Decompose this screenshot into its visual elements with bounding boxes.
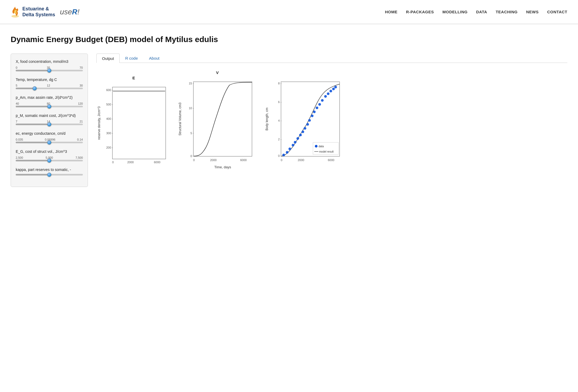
param-ec-max: 0.14 — [77, 138, 83, 141]
param-e-g-track — [16, 160, 83, 161]
param-ec-min: 0.035 — [16, 138, 23, 141]
svg-point-56 — [311, 115, 314, 117]
param-kappa-track — [16, 174, 83, 175]
logo-text: Estuarine & Delta Systems — [22, 6, 55, 18]
param-temperature-min: 5 — [16, 84, 17, 87]
svg-text:reserve density, J/cm^3: reserve density, J/cm^3 — [97, 106, 101, 140]
svg-point-49 — [294, 141, 296, 144]
param-p-am-thumb[interactable] — [47, 104, 51, 109]
tab-output[interactable]: Output — [96, 54, 120, 63]
sidebar: X, food concentration, mmol/m3 0 35 70 T… — [11, 54, 88, 187]
navbar: Estuarine & Delta Systems useR! HOME R-P… — [0, 0, 578, 24]
svg-text:500: 500 — [106, 103, 111, 106]
param-temperature-fill — [16, 88, 35, 89]
svg-point-55 — [308, 119, 311, 122]
chart-e-svg: reserve density, J/cm^3 600 500 400 300 … — [96, 82, 171, 172]
main-content: Dynamic Energy Budget (DEB) model of Myt… — [0, 24, 578, 203]
nav-teaching[interactable]: TEACHING — [496, 10, 518, 14]
tabs: Output R code About — [96, 54, 567, 63]
svg-point-57 — [313, 111, 316, 113]
svg-text:200: 200 — [106, 146, 111, 149]
chart-v-svg: Structural Volume, cm3 15 10 5 0 0 20 — [177, 76, 257, 172]
svg-point-51 — [299, 134, 302, 136]
param-temperature-range-labels: 5 12 30 — [16, 84, 83, 87]
chart-e-container: E reserve density, J/cm^3 600 500 400 30… — [96, 76, 171, 172]
svg-point-62 — [327, 92, 329, 95]
nav-data[interactable]: DATA — [476, 10, 487, 14]
param-ec-thumb[interactable] — [47, 140, 51, 145]
param-e-g-max: 7,500 — [75, 156, 83, 159]
svg-text:Time, days: Time, days — [214, 165, 231, 169]
tab-about[interactable]: About — [144, 54, 165, 63]
nav-news[interactable]: NEWS — [526, 10, 539, 14]
svg-text:model result: model result — [319, 150, 334, 153]
svg-text:6000: 6000 — [240, 158, 247, 162]
svg-point-0 — [11, 15, 19, 18]
svg-point-65 — [334, 86, 337, 88]
svg-text:4: 4 — [278, 119, 280, 122]
svg-point-61 — [324, 95, 327, 98]
param-e-g-min: 2,500 — [16, 156, 23, 159]
param-temperature-val: 12 — [47, 84, 50, 87]
svg-text:300: 300 — [106, 132, 111, 135]
param-temperature-thumb[interactable] — [32, 86, 37, 91]
svg-text:400: 400 — [106, 117, 111, 120]
param-ec: ec, energy conductance, cm/d 0.035 0.069… — [16, 131, 83, 143]
nioz-flame-icon — [11, 6, 20, 18]
chart-e-title: E — [132, 76, 135, 80]
param-food-conc-label: X, food concentration, mmol/m3 — [16, 59, 83, 64]
tab-r-code[interactable]: R code — [120, 54, 144, 63]
svg-point-63 — [329, 90, 332, 92]
svg-point-50 — [296, 137, 299, 140]
nav-links: HOME R-PACKAGES MODELLING DATA TEACHING … — [385, 10, 567, 14]
svg-text:5: 5 — [190, 132, 192, 135]
svg-rect-16 — [193, 82, 252, 156]
svg-point-60 — [321, 99, 324, 102]
param-p-m: p_M, somatic maint cost, J/(cm^3*d) 7 14… — [16, 113, 83, 125]
param-p-m-max: 21 — [80, 120, 83, 123]
logo-area: Estuarine & Delta Systems useR! — [11, 6, 79, 18]
nav-r-packages[interactable]: R-PACKAGES — [406, 10, 434, 14]
svg-text:600: 600 — [106, 88, 111, 92]
svg-text:6: 6 — [278, 100, 280, 104]
param-food-conc-thumb[interactable] — [47, 68, 51, 73]
param-temperature-label: Temp, temperature, dg C — [16, 77, 83, 83]
param-kappa-thumb[interactable] — [47, 173, 51, 177]
param-temperature-max: 30 — [80, 84, 83, 87]
svg-text:data: data — [319, 145, 324, 148]
svg-text:0: 0 — [278, 154, 280, 157]
param-food-conc-max: 70 — [80, 66, 83, 69]
param-p-m-label: p_M, somatic maint cost, J/(cm^3*d) — [16, 113, 83, 119]
param-p-am-label: p_Am, max assim rate, J/(d*cm^2) — [16, 95, 83, 100]
svg-text:0: 0 — [281, 158, 282, 162]
param-e-g-label: E_G, cost of struct vol., J/cm^3 — [16, 149, 83, 154]
nav-contact[interactable]: CONTACT — [547, 10, 567, 14]
param-p-am-max: 120 — [78, 102, 83, 105]
svg-text:Body length, cm: Body length, cm — [265, 108, 269, 130]
svg-point-45 — [282, 154, 285, 156]
svg-text:6000: 6000 — [328, 158, 334, 162]
output-area: Output R code About E reserve density, J… — [96, 54, 567, 172]
param-p-m-track — [16, 124, 83, 125]
chart-v-title: V — [216, 70, 219, 75]
svg-point-58 — [316, 107, 318, 109]
param-p-am-track — [16, 106, 83, 107]
param-p-am: p_Am, max assim rate, J/(d*cm^2) 40 80 1… — [16, 95, 83, 107]
nav-modelling[interactable]: MODELLING — [442, 10, 468, 14]
param-kappa-label: kappa, part reserves to somatic, - — [16, 167, 83, 173]
svg-text:2000: 2000 — [210, 158, 217, 162]
param-kappa-fill — [16, 174, 49, 175]
svg-point-53 — [304, 127, 306, 130]
nav-home[interactable]: HOME — [385, 10, 397, 14]
svg-text:0: 0 — [190, 154, 192, 158]
svg-text:0: 0 — [193, 158, 195, 162]
param-food-conc-fill — [16, 70, 49, 71]
user-r-logo: useR! — [60, 8, 79, 16]
svg-point-59 — [318, 103, 321, 106]
param-p-m-thumb[interactable] — [47, 122, 51, 126]
param-e-g: E_G, cost of struct vol., J/cm^3 2,500 5… — [16, 149, 83, 161]
param-e-g-fill — [16, 160, 49, 161]
param-ec-track — [16, 142, 83, 143]
param-e-g-thumb[interactable] — [47, 158, 51, 163]
svg-text:0: 0 — [112, 161, 114, 164]
